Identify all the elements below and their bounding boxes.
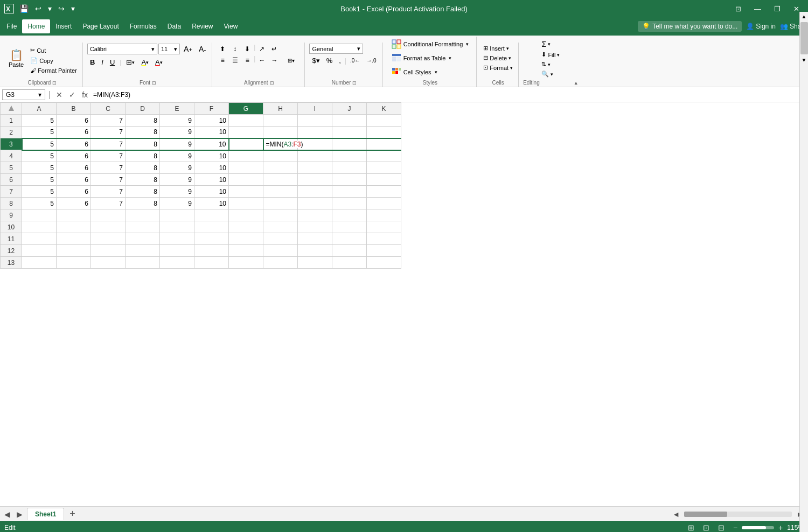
cell-J4[interactable]	[332, 150, 367, 162]
italic-button[interactable]: I	[99, 57, 106, 67]
row-number-7[interactable]: 7	[1, 186, 22, 198]
decrease-font-button[interactable]: A-	[196, 44, 208, 54]
cut-button[interactable]: ✂ Cut	[28, 46, 79, 55]
row-number-3[interactable]: 3	[1, 138, 22, 150]
cell-J3[interactable]	[332, 138, 367, 150]
cell-B7[interactable]: 6	[57, 186, 91, 198]
cell-D11[interactable]	[126, 233, 160, 245]
increase-decimal-button[interactable]: →.0	[364, 57, 379, 65]
cell-C1[interactable]: 7	[91, 115, 126, 127]
cell-E6[interactable]: 9	[160, 174, 194, 186]
cell-E9[interactable]	[160, 209, 194, 221]
customize-qat-button[interactable]: ▾	[69, 3, 77, 14]
cell-E11[interactable]	[160, 233, 194, 245]
cell-K12[interactable]	[367, 245, 401, 257]
cell-F12[interactable]	[194, 245, 229, 257]
cell-J6[interactable]	[332, 174, 367, 186]
cell-E8[interactable]: 9	[160, 198, 194, 209]
cell-H1[interactable]	[263, 115, 298, 127]
cell-B10[interactable]	[57, 221, 91, 233]
col-header-c[interactable]: C	[91, 103, 126, 115]
cell-C5[interactable]: 7	[91, 162, 126, 174]
minimize-button[interactable]: —	[750, 3, 765, 15]
cell-D3[interactable]: 8	[126, 138, 160, 150]
redo-button[interactable]: ↪	[56, 3, 67, 14]
cell-F2[interactable]: 10	[194, 127, 229, 138]
cell-I5[interactable]	[298, 162, 332, 174]
restore-window-button[interactable]: ⊡	[731, 3, 746, 15]
cell-J11[interactable]	[332, 233, 367, 245]
cell-A2[interactable]: 5	[22, 127, 57, 138]
cell-E10[interactable]	[160, 221, 194, 233]
menu-file[interactable]: File	[1, 19, 22, 33]
align-middle-button[interactable]: ↕	[229, 44, 241, 54]
col-header-j[interactable]: J	[332, 103, 367, 115]
col-header-b[interactable]: B	[57, 103, 91, 115]
cell-I6[interactable]	[298, 174, 332, 186]
wrap-text-button[interactable]: ↵	[268, 44, 280, 54]
row-number-2[interactable]: 2	[1, 127, 22, 138]
cell-H10[interactable]	[263, 221, 298, 233]
add-sheet-button[interactable]: +	[66, 507, 79, 521]
cell-F3[interactable]: 10	[194, 138, 229, 150]
cell-E2[interactable]: 9	[160, 127, 194, 138]
cell-C8[interactable]: 7	[91, 198, 126, 209]
formula-input[interactable]	[91, 90, 797, 100]
cell-H8[interactable]	[263, 198, 298, 209]
menu-insert[interactable]: Insert	[50, 19, 77, 33]
text-angle-button[interactable]: ↗	[256, 44, 268, 54]
cell-C3[interactable]: 7	[91, 138, 126, 150]
menu-formulas[interactable]: Formulas	[124, 19, 162, 33]
zoom-slider[interactable]	[742, 526, 774, 529]
cancel-formula-button[interactable]: ✕	[54, 89, 65, 100]
cell-K6[interactable]	[367, 174, 401, 186]
cell-I2[interactable]	[298, 127, 332, 138]
number-format-selector[interactable]: General ▾	[309, 44, 363, 54]
cell-F10[interactable]	[194, 221, 229, 233]
cell-F11[interactable]	[194, 233, 229, 245]
cell-A12[interactable]	[22, 245, 57, 257]
menu-data[interactable]: Data	[162, 19, 186, 33]
autosum-button[interactable]: Σ ▾	[539, 39, 562, 50]
clipboard-expand-icon[interactable]: ⊡	[52, 80, 57, 86]
cell-I11[interactable]	[298, 233, 332, 245]
col-header-e[interactable]: E	[160, 103, 194, 115]
sheet-tab-sheet1[interactable]: Sheet1	[27, 508, 64, 520]
cell-C10[interactable]	[91, 221, 126, 233]
fill-color-button[interactable]: A ▾	[138, 57, 151, 67]
alignment-expand-icon[interactable]: ⊡	[270, 80, 274, 86]
cell-E3[interactable]: 9	[160, 138, 194, 150]
cell-K8[interactable]	[367, 198, 401, 209]
sign-in-button[interactable]: 👤 Sign in	[746, 23, 776, 30]
confirm-formula-button[interactable]: ✓	[67, 89, 78, 100]
cell-C9[interactable]	[91, 209, 126, 221]
copy-button[interactable]: 📄 Copy	[28, 56, 79, 65]
merge-center-button[interactable]: ⊞▾	[281, 55, 301, 66]
cell-J10[interactable]	[332, 221, 367, 233]
cell-A13[interactable]	[22, 257, 57, 269]
delete-button[interactable]: ⊟ Delete ▾	[481, 53, 515, 62]
zoom-out-button[interactable]: −	[731, 522, 740, 532]
cell-K4[interactable]	[367, 150, 401, 162]
cell-C13[interactable]	[91, 257, 126, 269]
cell-I7[interactable]	[298, 186, 332, 198]
menu-home[interactable]: Home	[22, 19, 50, 33]
menu-page-layout[interactable]: Page Layout	[77, 19, 124, 33]
cell-F8[interactable]: 10	[194, 198, 229, 209]
cell-K5[interactable]	[367, 162, 401, 174]
cell-E13[interactable]	[160, 257, 194, 269]
number-expand-icon[interactable]: ⊡	[352, 80, 357, 86]
undo-button[interactable]: ↩	[33, 3, 44, 14]
menu-review[interactable]: Review	[186, 19, 218, 33]
cell-K9[interactable]	[367, 209, 401, 221]
cell-K10[interactable]	[367, 221, 401, 233]
scroll-tabs-left-button[interactable]: ◀	[2, 509, 12, 520]
cell-G2[interactable]	[229, 127, 263, 138]
sheet-area[interactable]: A B C D E F G H I J K 156789102567891035…	[0, 102, 808, 506]
cell-I9[interactable]	[298, 209, 332, 221]
cell-A6[interactable]: 5	[22, 174, 57, 186]
cell-J12[interactable]	[332, 245, 367, 257]
cell-K2[interactable]	[367, 127, 401, 138]
cell-H4[interactable]	[263, 150, 298, 162]
cell-D8[interactable]: 8	[126, 198, 160, 209]
